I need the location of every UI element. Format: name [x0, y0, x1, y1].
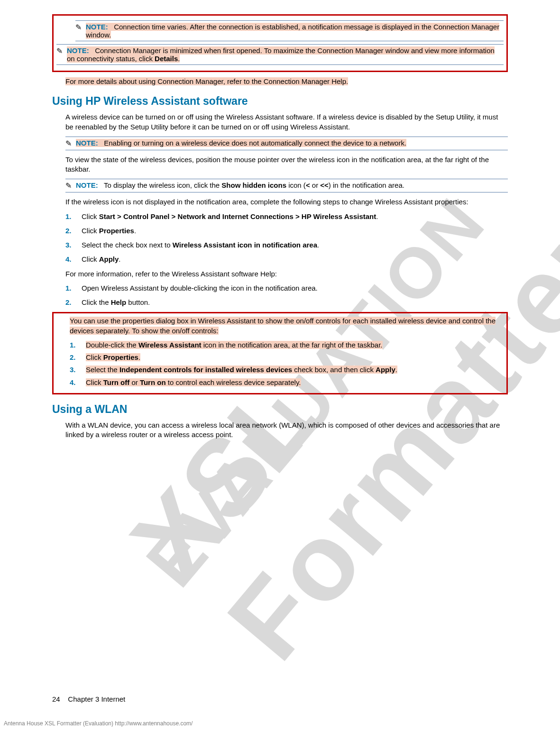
- page-footer: 24 Chapter 3 Internet: [52, 695, 125, 703]
- list-item: Click Properties.: [65, 226, 508, 236]
- note-text: NOTE: Connection time varies. After the …: [86, 23, 504, 39]
- para-more-details: For more details about using Connection …: [65, 77, 508, 86]
- para-view-state: To view the state of the wireless device…: [65, 155, 508, 174]
- list-item: Select the Independent controls for inst…: [70, 365, 504, 375]
- list-item: Click Properties.: [70, 353, 504, 362]
- list-item: Open Wireless Assistant by double-clicki…: [65, 284, 508, 293]
- chapter-label: Chapter 3 Internet: [68, 695, 125, 703]
- note-connection-manager-minimized: ✎ NOTE: Connection Manager is minimized …: [56, 44, 504, 65]
- heading-using-wlan: Using a WLAN: [52, 403, 508, 416]
- para-if-not-displayed: If the wireless icon is not displayed in…: [65, 197, 508, 207]
- note-connection-time: ✎ NOTE: Connection time varies. After th…: [75, 20, 504, 41]
- para-more-info: For more information, refer to the Wirel…: [65, 269, 508, 279]
- note-show-hidden-icons: ✎ NOTE: To display the wireless icon, cl…: [65, 179, 508, 192]
- evaluation-footer: Antenna House XSL Formatter (Evaluation)…: [4, 720, 193, 727]
- note-text: NOTE: Enabling or turning on a wireless …: [76, 139, 508, 147]
- highlight-box-bottom: You can use the properties dialog box in…: [52, 312, 508, 394]
- note-icon: ✎: [65, 139, 76, 148]
- note-icon: ✎: [65, 181, 76, 190]
- highlight-box-top: ✎ NOTE: Connection time varies. After th…: [52, 14, 508, 72]
- page-number: 24: [52, 695, 60, 703]
- list-item: Click Apply.: [65, 255, 508, 264]
- steps-change-properties: Click Start > Control Panel > Network an…: [65, 212, 508, 265]
- steps-open-wa-help: Open Wireless Assistant by double-clicki…: [65, 284, 508, 308]
- list-item: Click the Help button.: [65, 298, 508, 307]
- list-item: Double-click the Wireless Assistant icon…: [70, 340, 504, 350]
- note-text: NOTE: Connection Manager is minimized wh…: [67, 46, 504, 63]
- note-icon: ✎: [75, 23, 86, 32]
- para-wa-intro: A wireless device can be turned on or of…: [65, 112, 508, 132]
- note-icon: ✎: [56, 46, 67, 55]
- list-item: Click Start > Control Panel > Network an…: [65, 212, 508, 221]
- heading-wireless-assistant: Using HP Wireless Assistant software: [52, 95, 508, 108]
- note-enabling-wireless: ✎ NOTE: Enabling or turning on a wireles…: [65, 137, 508, 150]
- para-props-dialog: You can use the properties dialog box in…: [70, 316, 504, 336]
- list-item: Click Turn off or Turn on to control eac…: [70, 378, 504, 387]
- para-wlan: With a WLAN device, you can access a wir…: [65, 421, 508, 440]
- steps-independent-controls: Double-click the Wireless Assistant icon…: [70, 340, 504, 387]
- list-item: Select the check box next to Wireless As…: [65, 240, 508, 250]
- note-text: NOTE: To display the wireless icon, clic…: [76, 181, 508, 189]
